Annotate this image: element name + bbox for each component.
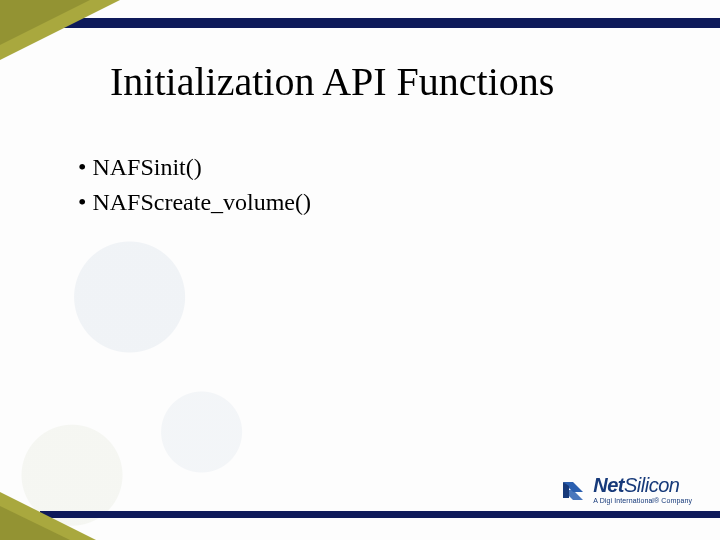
slide-title: Initialization API Functions <box>110 58 680 105</box>
logo-text: NetSilicon A Digi International® Company <box>593 475 692 504</box>
bullet-list: NAFSinit() NAFScreate_volume() <box>78 150 660 220</box>
logo-tagline: A Digi International® Company <box>593 497 692 504</box>
list-item: NAFScreate_volume() <box>78 185 660 220</box>
list-item: NAFSinit() <box>78 150 660 185</box>
bottom-accent-bar <box>40 511 720 518</box>
logo-name-bold: Net <box>593 474 624 496</box>
logo-name-light: Silicon <box>624 474 679 496</box>
brand-logo: NetSilicon A Digi International® Company <box>559 475 692 504</box>
top-accent-bar <box>40 18 720 28</box>
logo-mark-icon <box>559 478 587 502</box>
logo-name: NetSilicon <box>593 475 692 495</box>
slide: Initialization API Functions NAFSinit() … <box>0 0 720 540</box>
top-left-wedge <box>0 0 120 60</box>
bottom-left-wedge <box>0 492 96 540</box>
